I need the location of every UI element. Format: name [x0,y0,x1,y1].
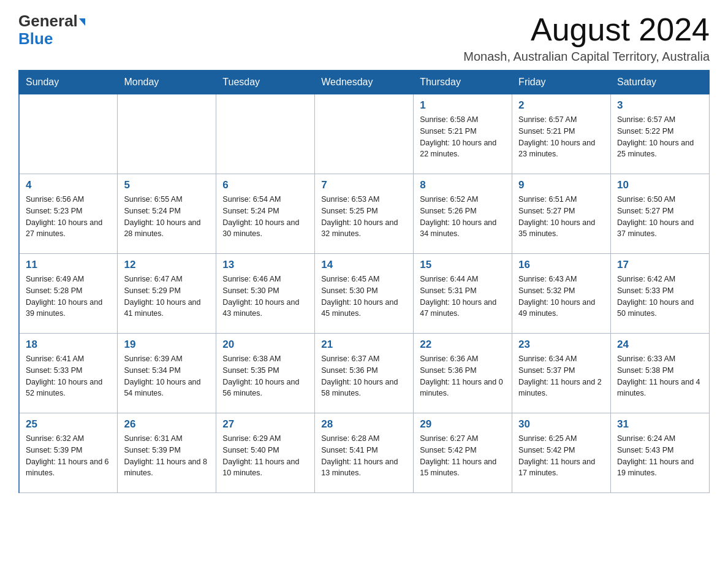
calendar-cell: 23Sunrise: 6:34 AM Sunset: 5:37 PM Dayli… [512,334,611,413]
day-number: 30 [518,418,604,431]
day-number: 25 [26,418,111,431]
calendar-cell [216,94,315,174]
calendar-cell: 2Sunrise: 6:57 AM Sunset: 5:21 PM Daylig… [512,94,611,174]
day-info: Sunrise: 6:55 AM Sunset: 5:24 PM Dayligh… [124,194,210,240]
day-number: 17 [617,259,703,271]
column-header-tuesday: Tuesday [216,71,315,94]
column-header-thursday: Thursday [414,71,512,94]
day-info: Sunrise: 6:38 AM Sunset: 5:35 PM Dayligh… [222,353,308,399]
day-info: Sunrise: 6:32 AM Sunset: 5:39 PM Dayligh… [26,433,111,479]
calendar-cell: 19Sunrise: 6:39 AM Sunset: 5:34 PM Dayli… [118,334,216,413]
day-number: 22 [420,339,506,351]
day-info: Sunrise: 6:24 AM Sunset: 5:43 PM Dayligh… [617,433,703,479]
day-info: Sunrise: 6:57 AM Sunset: 5:21 PM Dayligh… [518,114,604,160]
day-number: 18 [26,339,111,351]
location-title: Monash, Australian Capital Territory, Au… [463,50,710,64]
calendar-cell [19,94,118,174]
calendar-cell: 30Sunrise: 6:25 AM Sunset: 5:42 PM Dayli… [512,413,611,493]
calendar-week-3: 11Sunrise: 6:49 AM Sunset: 5:28 PM Dayli… [19,254,710,334]
calendar-week-5: 25Sunrise: 6:32 AM Sunset: 5:39 PM Dayli… [19,413,710,493]
calendar-cell: 28Sunrise: 6:28 AM Sunset: 5:41 PM Dayli… [315,413,414,493]
day-info: Sunrise: 6:36 AM Sunset: 5:36 PM Dayligh… [420,353,506,399]
day-number: 20 [222,339,308,351]
day-number: 27 [222,418,308,431]
calendar-cell: 6Sunrise: 6:54 AM Sunset: 5:24 PM Daylig… [216,174,315,254]
day-info: Sunrise: 6:45 AM Sunset: 5:30 PM Dayligh… [321,274,407,320]
day-number: 4 [26,179,111,191]
calendar-cell: 7Sunrise: 6:53 AM Sunset: 5:25 PM Daylig… [315,174,414,254]
calendar-cell: 14Sunrise: 6:45 AM Sunset: 5:30 PM Dayli… [315,254,414,334]
day-info: Sunrise: 6:52 AM Sunset: 5:26 PM Dayligh… [420,194,506,240]
day-number: 13 [222,259,308,271]
day-number: 11 [26,259,111,271]
day-info: Sunrise: 6:31 AM Sunset: 5:39 PM Dayligh… [124,433,210,479]
calendar-header-row: SundayMondayTuesdayWednesdayThursdayFrid… [19,71,710,94]
calendar-cell: 3Sunrise: 6:57 AM Sunset: 5:22 PM Daylig… [611,94,710,174]
day-number: 29 [420,418,506,431]
calendar-cell: 5Sunrise: 6:55 AM Sunset: 5:24 PM Daylig… [118,174,216,254]
logo-triangle-icon [79,18,85,26]
day-info: Sunrise: 6:46 AM Sunset: 5:30 PM Dayligh… [222,274,308,320]
calendar-cell: 8Sunrise: 6:52 AM Sunset: 5:26 PM Daylig… [414,174,512,254]
day-number: 12 [124,259,210,271]
day-number: 28 [321,418,407,431]
calendar-cell: 26Sunrise: 6:31 AM Sunset: 5:39 PM Dayli… [118,413,216,493]
logo: General Blue [18,12,85,47]
calendar-cell: 1Sunrise: 6:58 AM Sunset: 5:21 PM Daylig… [414,94,512,174]
day-number: 24 [617,339,703,351]
calendar-cell: 22Sunrise: 6:36 AM Sunset: 5:36 PM Dayli… [414,334,512,413]
calendar-cell [315,94,414,174]
day-number: 5 [124,179,210,191]
day-info: Sunrise: 6:41 AM Sunset: 5:33 PM Dayligh… [26,353,111,399]
calendar-cell: 29Sunrise: 6:27 AM Sunset: 5:42 PM Dayli… [414,413,512,493]
calendar-cell: 11Sunrise: 6:49 AM Sunset: 5:28 PM Dayli… [19,254,118,334]
day-number: 2 [518,99,604,112]
day-info: Sunrise: 6:39 AM Sunset: 5:34 PM Dayligh… [124,353,210,399]
day-number: 16 [518,259,604,271]
logo-blue: Blue [18,29,53,48]
column-header-saturday: Saturday [611,71,710,94]
column-header-friday: Friday [512,71,611,94]
day-info: Sunrise: 6:43 AM Sunset: 5:32 PM Dayligh… [518,274,604,320]
day-number: 6 [222,179,308,191]
calendar-cell: 31Sunrise: 6:24 AM Sunset: 5:43 PM Dayli… [611,413,710,493]
calendar-cell: 16Sunrise: 6:43 AM Sunset: 5:32 PM Dayli… [512,254,611,334]
column-header-sunday: Sunday [19,71,118,94]
day-info: Sunrise: 6:47 AM Sunset: 5:29 PM Dayligh… [124,274,210,320]
day-number: 3 [617,99,703,112]
calendar-cell: 12Sunrise: 6:47 AM Sunset: 5:29 PM Dayli… [118,254,216,334]
day-info: Sunrise: 6:51 AM Sunset: 5:27 PM Dayligh… [518,194,604,240]
calendar-cell: 27Sunrise: 6:29 AM Sunset: 5:40 PM Dayli… [216,413,315,493]
day-number: 31 [617,418,703,431]
calendar-table: SundayMondayTuesdayWednesdayThursdayFrid… [18,70,710,493]
calendar-week-1: 1Sunrise: 6:58 AM Sunset: 5:21 PM Daylig… [19,94,710,174]
day-info: Sunrise: 6:44 AM Sunset: 5:31 PM Dayligh… [420,274,506,320]
calendar-cell: 9Sunrise: 6:51 AM Sunset: 5:27 PM Daylig… [512,174,611,254]
day-info: Sunrise: 6:34 AM Sunset: 5:37 PM Dayligh… [518,353,604,399]
calendar-cell [118,94,216,174]
title-area: August 2024 Monash, Australian Capital T… [463,12,710,64]
column-header-wednesday: Wednesday [315,71,414,94]
logo-text: General Blue [18,12,85,47]
day-number: 19 [124,339,210,351]
calendar-cell: 17Sunrise: 6:42 AM Sunset: 5:33 PM Dayli… [611,254,710,334]
day-info: Sunrise: 6:57 AM Sunset: 5:22 PM Dayligh… [617,114,703,160]
calendar-cell: 15Sunrise: 6:44 AM Sunset: 5:31 PM Dayli… [414,254,512,334]
day-info: Sunrise: 6:33 AM Sunset: 5:38 PM Dayligh… [617,353,703,399]
day-number: 10 [617,179,703,191]
day-info: Sunrise: 6:28 AM Sunset: 5:41 PM Dayligh… [321,433,407,479]
calendar-cell: 20Sunrise: 6:38 AM Sunset: 5:35 PM Dayli… [216,334,315,413]
page-header: General Blue August 2024 Monash, Austral… [18,12,710,64]
month-title: August 2024 [463,12,710,47]
day-info: Sunrise: 6:54 AM Sunset: 5:24 PM Dayligh… [222,194,308,240]
day-info: Sunrise: 6:50 AM Sunset: 5:27 PM Dayligh… [617,194,703,240]
calendar-cell: 24Sunrise: 6:33 AM Sunset: 5:38 PM Dayli… [611,334,710,413]
day-info: Sunrise: 6:49 AM Sunset: 5:28 PM Dayligh… [26,274,111,320]
calendar-cell: 25Sunrise: 6:32 AM Sunset: 5:39 PM Dayli… [19,413,118,493]
calendar-cell: 13Sunrise: 6:46 AM Sunset: 5:30 PM Dayli… [216,254,315,334]
day-info: Sunrise: 6:27 AM Sunset: 5:42 PM Dayligh… [420,433,506,479]
calendar-cell: 4Sunrise: 6:56 AM Sunset: 5:23 PM Daylig… [19,174,118,254]
day-info: Sunrise: 6:37 AM Sunset: 5:36 PM Dayligh… [321,353,407,399]
calendar-week-4: 18Sunrise: 6:41 AM Sunset: 5:33 PM Dayli… [19,334,710,413]
calendar-cell: 10Sunrise: 6:50 AM Sunset: 5:27 PM Dayli… [611,174,710,254]
